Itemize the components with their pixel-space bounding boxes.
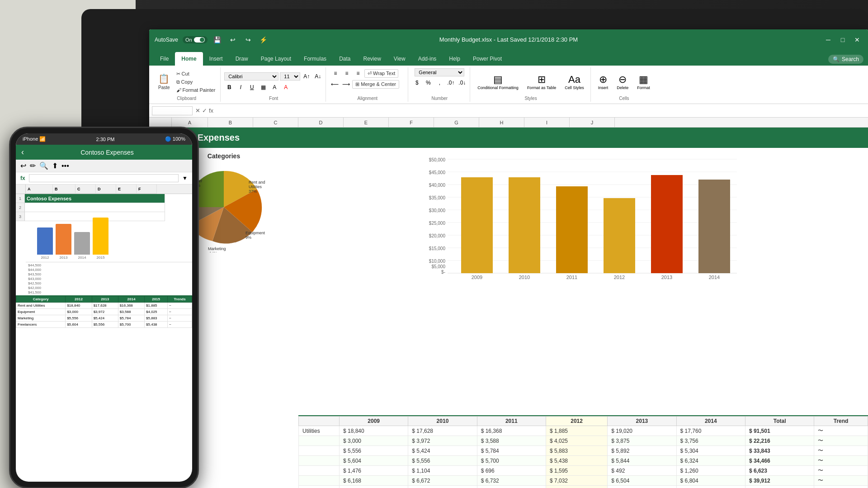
table-row[interactable]: $ 5,604$ 5,556$ 5,700$ 5,438$ 5,844$ 6,3… [299, 456, 868, 466]
table-cell-2-0[interactable] [299, 446, 340, 456]
col-header-a[interactable]: A [172, 118, 208, 127]
font-color-button[interactable]: A [281, 82, 291, 92]
indent-right-button[interactable]: ⟶ [341, 79, 351, 89]
cell-styles-button[interactable]: Aa Cell Styles [561, 72, 588, 92]
table-row[interactable]: $ 2,460$ 2,724$ 3,720$ 2,847$ 2,556$ 2,5… [299, 486, 868, 488]
phone-search-button[interactable]: 🔍 [39, 161, 48, 170]
table-cell-6-8[interactable]: 〜 [814, 486, 868, 488]
conditional-formatting-button[interactable]: ▤ Conditional Formatting [474, 72, 522, 92]
percent-button[interactable]: % [423, 78, 433, 88]
table-cell-5-2[interactable]: $ 6,672 [408, 476, 477, 486]
phone-cell-2-0[interactable]: Marketing [16, 315, 66, 322]
increase-decimal-button[interactable]: .0↑ [446, 78, 456, 88]
phone-cell-0-3[interactable]: $16,368 [118, 303, 144, 309]
currency-button[interactable]: $ [412, 78, 422, 88]
table-cell-4-2[interactable]: $ 1,104 [408, 466, 477, 476]
col-header-i[interactable]: I [524, 118, 570, 127]
copy-button[interactable]: ⧉ Copy [174, 78, 218, 86]
tab-view[interactable]: View [387, 52, 412, 66]
tab-data[interactable]: Data [333, 52, 357, 66]
col-header-e[interactable]: E [344, 118, 389, 127]
tab-help[interactable]: Help [443, 52, 467, 66]
align-right-button[interactable]: ≡ [353, 68, 363, 78]
table-cell-2-7[interactable]: $ 33,843 [745, 446, 814, 456]
table-cell-4-8[interactable]: 〜 [814, 466, 868, 476]
comma-button[interactable]: , [434, 78, 444, 88]
table-cell-1-5[interactable]: $ 3,875 [608, 436, 676, 446]
col-header-b[interactable]: B [208, 118, 253, 127]
table-cell-4-3[interactable]: $ 696 [477, 466, 546, 476]
phone-cell-3-2[interactable]: $5,556 [92, 322, 118, 328]
phone-formula-input[interactable] [29, 174, 179, 182]
table-cell-2-2[interactable]: $ 5,424 [408, 446, 477, 456]
table-cell-3-1[interactable]: $ 5,604 [340, 456, 408, 466]
phone-cell-2-5[interactable]: ~ [168, 315, 192, 322]
insert-function-icon[interactable]: fx [209, 107, 213, 114]
increase-font-button[interactable]: A↑ [302, 71, 311, 81]
table-cell-3-8[interactable]: 〜 [814, 456, 868, 466]
close-icon[interactable]: ✕ [852, 34, 863, 45]
table-cell-0-8[interactable]: 〜 [814, 426, 868, 436]
table-cell-3-4[interactable]: $ 5,438 [546, 456, 607, 466]
number-format-select[interactable]: General [415, 68, 464, 76]
border-button[interactable]: ▦ [258, 82, 268, 92]
delete-button[interactable]: ⊖ Delete [613, 72, 632, 92]
table-cell-6-6[interactable]: $ 2,568 [676, 486, 745, 488]
table-cell-4-6[interactable]: $ 1,260 [676, 466, 745, 476]
table-cell-5-0[interactable] [299, 476, 340, 486]
phone-cell-0-4[interactable]: $1,885 [145, 303, 168, 309]
paste-button[interactable]: 📋 Paste [156, 71, 173, 92]
table-row[interactable]: $ 3,000$ 3,972$ 3,588$ 4,025$ 3,875$ 3,7… [299, 436, 868, 446]
insert-button[interactable]: ⊕ Insert [594, 72, 612, 92]
table-cell-0-0[interactable]: Utilities [299, 426, 340, 436]
table-cell-2-4[interactable]: $ 5,883 [546, 446, 607, 456]
decrease-decimal-button[interactable]: .0↓ [457, 78, 467, 88]
col-header-c[interactable]: C [253, 118, 298, 127]
phone-table-row[interactable]: Rent and Utilities$18,840$17,628$16,368$… [16, 303, 192, 309]
font-size-select[interactable]: 11 [280, 72, 300, 81]
undo-icon[interactable]: ↩ [227, 34, 238, 45]
bold-button[interactable]: B [224, 82, 234, 92]
phone-cell-2-2[interactable]: $5,424 [92, 315, 118, 322]
save-icon[interactable]: 💾 [212, 34, 223, 45]
table-cell-0-1[interactable]: $ 18,840 [340, 426, 408, 436]
table-cell-1-1[interactable]: $ 3,000 [340, 436, 408, 446]
phone-cell-3-4[interactable]: $5,438 [145, 322, 168, 328]
table-cell-3-0[interactable] [299, 456, 340, 466]
format-painter-button[interactable]: 🖌 Format Painter [174, 86, 218, 94]
confirm-formula-icon[interactable]: ✓ [202, 107, 207, 114]
table-cell-1-6[interactable]: $ 3,756 [676, 436, 745, 446]
decrease-font-button[interactable]: A↓ [313, 71, 323, 81]
table-cell-1-3[interactable]: $ 3,588 [477, 436, 546, 446]
table-cell-5-8[interactable]: 〜 [814, 476, 868, 486]
phone-cell-0-5[interactable]: ~ [168, 303, 192, 309]
phone-cell-2-1[interactable]: $5,556 [66, 315, 92, 322]
table-cell-3-5[interactable]: $ 5,844 [608, 456, 676, 466]
table-cell-3-3[interactable]: $ 5,700 [477, 456, 546, 466]
table-cell-2-6[interactable]: $ 5,304 [676, 446, 745, 456]
phone-table-row[interactable]: Marketing$5,556$5,424$5,784$5,883~ [16, 315, 192, 322]
table-cell-1-7[interactable]: $ 22,216 [745, 436, 814, 446]
tab-insert[interactable]: Insert [203, 52, 229, 66]
phone-col-f-header[interactable]: F [137, 185, 157, 194]
format-button[interactable]: ▦ Format [633, 72, 654, 92]
phone-undo-button[interactable]: ↩ [20, 161, 26, 170]
phone-cell-0-2[interactable]: $17,628 [92, 303, 118, 309]
table-cell-6-2[interactable]: $ 2,724 [408, 486, 477, 488]
cut-button[interactable]: ✂ Cut [174, 70, 218, 78]
underline-button[interactable]: U [247, 82, 257, 92]
table-cell-4-1[interactable]: $ 1,476 [340, 466, 408, 476]
table-cell-2-3[interactable]: $ 5,784 [477, 446, 546, 456]
phone-title-cell[interactable]: Contoso Expenses [25, 194, 165, 203]
table-cell-6-3[interactable]: $ 3,720 [477, 486, 546, 488]
phone-cell-0-0[interactable]: Rent and Utilities [16, 303, 66, 309]
table-cell-0-5[interactable]: $ 19,020 [608, 426, 676, 436]
table-cell-6-4[interactable]: $ 2,847 [546, 486, 607, 488]
name-box[interactable] [152, 106, 193, 115]
table-cell-1-2[interactable]: $ 3,972 [408, 436, 477, 446]
formula-input[interactable] [216, 107, 865, 115]
table-cell-5-3[interactable]: $ 6,732 [477, 476, 546, 486]
table-cell-4-5[interactable]: $ 492 [608, 466, 676, 476]
italic-button[interactable]: I [236, 82, 245, 92]
maximize-icon[interactable]: □ [837, 34, 848, 45]
